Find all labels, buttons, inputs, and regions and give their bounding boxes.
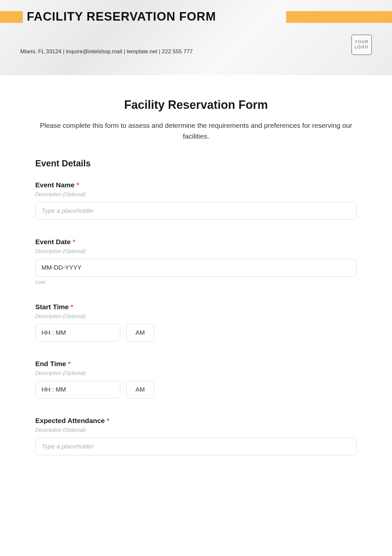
expected-attendance-label: Expected Attendance * [35, 417, 357, 425]
event-date-label-text: Event Date [35, 238, 71, 245]
start-time-ampm-value: AM [136, 329, 145, 336]
field-end-time: End Time * Description (Optional) HH : M… [35, 360, 357, 398]
event-date-input[interactable]: MM-DD-YYYY [35, 259, 357, 277]
required-asterisk: * [107, 417, 109, 424]
form-content: Facility Reservation Form Please complet… [0, 75, 392, 487]
expected-attendance-label-text: Expected Attendance [35, 417, 105, 424]
start-time-label-text: Start Time [35, 303, 69, 311]
event-name-label: Event Name * [35, 181, 357, 189]
end-time-input[interactable]: HH : MM [35, 381, 120, 398]
section-heading-event-details: Event Details [35, 159, 357, 169]
banner-title: FACILITY RESERVATION FORM [27, 10, 216, 24]
end-time-value: HH : MM [41, 386, 66, 393]
event-date-sublabel: Date [35, 279, 357, 285]
field-event-date: Event Date * Description (Optional) MM-D… [35, 238, 357, 285]
logo-line1: YOUR [355, 40, 369, 45]
start-time-value: HH : MM [41, 329, 66, 336]
end-time-row: HH : MM AM [35, 381, 357, 398]
contact-line: Miami, FL 33124 | inquire@intelshop.mail… [20, 48, 193, 55]
form-title: Facility Reservation Form [35, 98, 357, 112]
required-asterisk: * [76, 181, 79, 189]
field-start-time: Start Time * Description (Optional) HH :… [35, 303, 357, 342]
header-band: FACILITY RESERVATION FORM Miami, FL 3312… [0, 0, 392, 75]
end-time-ampm-value: AM [136, 386, 145, 393]
required-asterisk: * [68, 360, 71, 367]
form-description: Please complete this form to assess and … [35, 120, 357, 142]
end-time-label: End Time * [35, 360, 357, 368]
logo-placeholder: YOUR LOGO [351, 35, 372, 55]
start-time-row: HH : MM AM [35, 324, 357, 342]
end-time-label-text: End Time [35, 360, 66, 367]
field-event-name: Event Name * Description (Optional) [35, 181, 357, 220]
field-expected-attendance: Expected Attendance * Description (Optio… [35, 417, 357, 455]
required-asterisk: * [73, 238, 75, 245]
event-date-value: MM-DD-YYYY [41, 264, 81, 271]
accent-left [0, 11, 23, 23]
start-time-input[interactable]: HH : MM [35, 324, 120, 342]
event-name-input[interactable] [35, 202, 357, 220]
start-time-desc: Description (Optional) [35, 313, 357, 319]
event-name-desc: Description (Optional) [35, 192, 357, 197]
logo-line2: LOGO [355, 45, 369, 50]
expected-attendance-desc: Description (Optional) [35, 427, 357, 433]
start-time-label: Start Time * [35, 303, 357, 311]
event-name-label-text: Event Name [35, 181, 74, 189]
start-time-ampm[interactable]: AM [126, 324, 154, 342]
event-date-label: Event Date * [35, 238, 357, 246]
event-date-desc: Description (Optional) [35, 248, 357, 254]
expected-attendance-input[interactable] [35, 438, 357, 455]
end-time-ampm[interactable]: AM [126, 381, 154, 398]
end-time-desc: Description (Optional) [35, 370, 357, 376]
accent-right [286, 11, 392, 23]
required-asterisk: * [71, 303, 73, 311]
